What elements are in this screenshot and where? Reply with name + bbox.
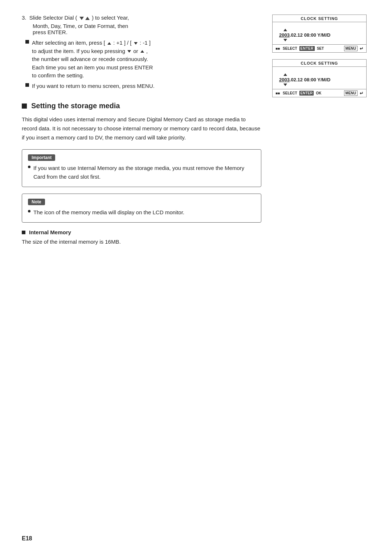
step-3-bullet-1: After selecting an item, press [ : +1 ] … (25, 39, 261, 80)
important-box: Important If you want to use Internal Me… (22, 149, 261, 187)
bullet-icon-2 (25, 83, 29, 87)
section-body: This digital video uses internal memory … (22, 115, 261, 142)
step-3-bullet-2: If you want to return to menu screen, pr… (25, 82, 261, 90)
step-3-line2: Month, Day, Time, or Date Format, then (33, 23, 261, 29)
clock-date-underline: 2003 (279, 32, 290, 38)
note-bullet-row: The icon of the memory media will displa… (28, 208, 255, 216)
down-triangle-icon (79, 17, 84, 20)
circle-bullet-icon (28, 166, 30, 168)
bullet-2-text: If you want to return to menu screen, pr… (32, 82, 261, 90)
important-bullet-row: If you want to use Internal Memory as th… (28, 164, 255, 181)
up-tri-sm-icon-2 (140, 50, 144, 53)
up-tri-sm-icon (107, 42, 111, 45)
up-triangle-icon (85, 17, 90, 20)
down-arrow-icon-2 (283, 84, 287, 86)
down-arrow-icon (283, 39, 287, 41)
menu-btn-2: MENU (344, 90, 358, 96)
menu-btn: MENU (344, 46, 358, 51)
clock-panel-1-title: CLOCK SETTING (273, 15, 366, 22)
clock-panels: CLOCK SETTING 2003.02.12 08:00 Y/M/D ■■ … (272, 15, 370, 246)
clock-panel-2-footer: ■■ SELECT ENTER OK MENU ↵ (273, 89, 366, 97)
clock-panel-1-footer: ■■ SELECT ENTER SET MENU ↵ (273, 44, 366, 52)
note-label-wrap: Note (28, 198, 255, 208)
step-3: 3. Slide Selector Dial ( ) to select Yea… (22, 15, 261, 90)
clock-panel-2-body: 2003.02.12 08:00 Y/M/D (273, 67, 366, 89)
down-tri-sm-icon-2 (127, 50, 131, 53)
enter-btn-2: ENTER (299, 91, 314, 96)
bullet-1-text: After selecting an item, press [ : +1 ] … (32, 39, 261, 80)
bullet-icon (25, 40, 29, 44)
ok-label: OK (316, 91, 321, 95)
double-dot: ■■ (275, 46, 280, 50)
enter-btn: ENTER (299, 46, 315, 51)
sub-heading-block (22, 231, 25, 234)
section-heading: Setting the storage media (22, 102, 261, 110)
clock-panel-1-body: 2003.02.12 08:00 Y/M/D (273, 22, 366, 44)
clock-panel-1: CLOCK SETTING 2003.02.12 08:00 Y/M/D ■■ … (272, 15, 367, 53)
internal-memory-heading-text: Internal Memory (29, 229, 71, 235)
clock-panel-1-arrow-down (277, 39, 362, 41)
circle-bullet-icon-2 (28, 210, 30, 212)
clock-panel-1-date: 2003.02.12 08:00 Y/M/D (277, 31, 362, 39)
important-label: Important (28, 154, 255, 164)
clock-panel-2-date: 2003.02.12 08:00 Y/M/D (277, 76, 362, 84)
page-number: E18 (22, 535, 32, 542)
set-btn: SET (317, 46, 324, 50)
clock-panel-1-arrow-up (277, 29, 362, 31)
internal-memory-body: The size of the internal memory is 16MB. (22, 238, 261, 246)
clock-panel-2: CLOCK SETTING 2003.02.12 08:00 Y/M/D ■■ … (272, 59, 367, 97)
clock-date-rest-2: .02.12 08:00 Y/M/D (290, 77, 331, 82)
clock-panel-2-title: CLOCK SETTING (273, 60, 366, 67)
note-bullet-text: The icon of the memory media will displa… (33, 208, 255, 216)
internal-memory-heading: Internal Memory (22, 229, 261, 235)
clock-date-rest: .02.12 08:00 Y/M/D (290, 32, 331, 38)
enter-arrow-icon-2: ↵ (360, 91, 363, 96)
important-bullet-text: If you want to use Internal Memory as th… (33, 164, 255, 181)
step-3-line3: press ENTER. (33, 29, 261, 35)
up-arrow-icon-2 (283, 73, 287, 76)
clock-panel-2-arrow-down (277, 84, 362, 86)
up-arrow-icon (283, 29, 287, 31)
note-box: Note The icon of the memory media will d… (22, 194, 261, 223)
step-3-text: 3. Slide Selector Dial ( ) to select Yea… (22, 15, 261, 21)
section-heading-block (22, 104, 27, 109)
clock-panel-2-arrow-up (277, 73, 362, 76)
select-btn: SELECT (283, 46, 297, 50)
section-heading-text: Setting the storage media (31, 102, 120, 110)
clock-date-underline-2: 2003 (279, 77, 290, 82)
down-tri-sm-icon (134, 42, 138, 45)
select-btn-2: SELECT (283, 91, 297, 95)
double-dot-2: ■■ (275, 91, 280, 95)
enter-arrow-icon: ↵ (360, 46, 363, 51)
